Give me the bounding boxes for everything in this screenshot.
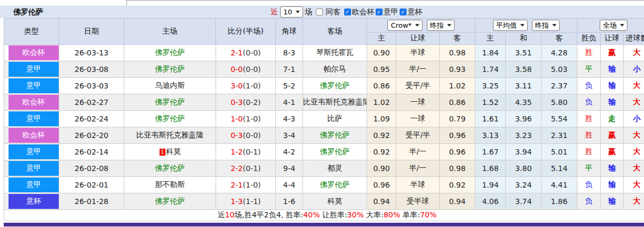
- asian-odds-group: Crow*终指: [367, 19, 475, 33]
- league-type-badge: 欧会杯: [9, 45, 59, 60]
- wdl-result: 负: [577, 193, 601, 210]
- date-cell: 26-02-27: [59, 94, 124, 111]
- euro-odds-group: 平均值终指: [475, 19, 577, 33]
- table-row: 意甲 26-02-08 佛罗伦萨 2-2(0-1) 9-4 都灵 0.90 半/…: [4, 160, 644, 177]
- goals-result: 大: [624, 144, 644, 160]
- select-value: 平均值: [496, 21, 517, 30]
- home-team-cell: 佛罗伦萨: [124, 193, 216, 210]
- handicap-result: 输: [601, 94, 624, 111]
- summary-stat-label: 让胜率:: [320, 210, 347, 219]
- handicap-line: 受半球: [396, 193, 440, 210]
- away-team-cell: 比亚韦斯托克雅盖隆1: [303, 94, 367, 111]
- away-team-name: 都灵: [328, 164, 343, 172]
- header-euro-away: 客: [542, 33, 577, 45]
- title-bar: 佛罗伦萨 近 10 场 同客 欧会杯意甲意杯: [0, 5, 644, 18]
- away-team-name: 佛罗伦萨: [320, 180, 350, 189]
- header-handicap-result: 让球: [601, 33, 624, 45]
- asian-odds-select[interactable]: Crow*: [387, 20, 422, 31]
- euro-draw-odds: 3.51: [506, 45, 542, 61]
- league-type-badge: 欧会杯: [9, 128, 59, 143]
- date-cell: 26-03-03: [59, 78, 124, 94]
- table-row: 欧会杯 26-03-13 佛罗伦萨 2-1(0-0) 8-3 琴斯托霍瓦 0.9…: [4, 45, 644, 61]
- fulltime-score: 1-2: [230, 148, 243, 156]
- wdl-result: 胜: [577, 111, 601, 127]
- halftime-score: (1-0): [243, 115, 261, 123]
- goals-result: 大: [624, 45, 644, 61]
- corner-cell: 4-2: [276, 144, 303, 160]
- summary-stat-label: 单率:: [400, 210, 420, 219]
- date-cell: 26-02-08: [59, 160, 124, 177]
- header-euro-draw: 和: [506, 33, 542, 45]
- euro-home-odds: 1.61: [475, 111, 506, 127]
- table-row: 欧会杯 26-02-27 佛罗伦萨 0-3(0-2) 4-1 比亚韦斯托克雅盖隆…: [4, 94, 644, 111]
- league-label: 欧会杯: [352, 7, 375, 17]
- league-checkbox[interactable]: [400, 9, 407, 15]
- euro-draw-odds: 3.94: [506, 144, 542, 160]
- corner-cell: 4-3: [276, 111, 303, 127]
- corner-cell: 3-4: [276, 127, 303, 144]
- league-checkbox[interactable]: [376, 9, 383, 15]
- euro-away-odds: 2.37: [542, 78, 577, 94]
- match-type-cell: 意甲: [4, 61, 59, 78]
- handicap-result: 赢: [601, 127, 624, 144]
- halftime-score: (0-2): [243, 98, 261, 107]
- score-cell: 2-2(0-1): [216, 160, 276, 177]
- wdl-result: 平: [577, 160, 601, 177]
- home-team-name: 佛罗伦萨: [155, 98, 185, 106]
- handicap-result: 输: [601, 160, 624, 177]
- match-type-cell: 意甲: [4, 78, 59, 94]
- asian-away-odds: 0.93: [440, 61, 475, 78]
- score-cell: 2-1(1-0): [216, 177, 276, 193]
- match-type-cell: 意甲: [4, 111, 59, 127]
- fulltime-score: 0-0: [230, 65, 243, 74]
- euro-away-odds: 5.01: [542, 144, 577, 160]
- league-type-badge: 意甲: [9, 144, 59, 159]
- corner-cell: 7-1: [276, 61, 303, 78]
- asian-odds-select[interactable]: 终指: [427, 20, 455, 31]
- wdl-result: 胜: [577, 127, 601, 144]
- date-cell: 26-02-24: [59, 111, 124, 127]
- handicap-line: 半/一: [396, 61, 440, 78]
- match-type-cell: 意甲: [4, 144, 59, 160]
- scope-select[interactable]: 全场: [600, 20, 627, 31]
- recent-count-select[interactable]: 10: [280, 6, 303, 18]
- euro-draw-odds: 4.35: [506, 94, 542, 111]
- corner-cell: 4-1: [276, 94, 303, 111]
- asian-away-odds: 0.96: [440, 144, 475, 160]
- league-checkbox[interactable]: [344, 9, 351, 15]
- away-team-name: 琴斯托霍瓦: [316, 48, 354, 56]
- header-asian-line: 让球: [396, 33, 440, 45]
- table-row: 意杯 26-01-28 佛罗伦萨 1-3(1-1) 1-6 科莫 0.94 受半…: [4, 193, 644, 210]
- header-goals-result: 进球数: [624, 33, 644, 45]
- bottom-accent-bar: [4, 223, 644, 226]
- euro-home-odds: 1.94: [475, 177, 506, 193]
- halftime-score: (0-1): [243, 148, 261, 156]
- score-cell: 0-3(0-0): [216, 127, 276, 144]
- table-body: 欧会杯 26-03-13 佛罗伦萨 2-1(0-0) 8-3 琴斯托霍瓦 0.9…: [4, 45, 644, 210]
- same-venue-checkbox[interactable]: [316, 9, 323, 15]
- handicap-result: 走: [601, 111, 624, 127]
- away-team-cell: 琴斯托霍瓦: [303, 45, 367, 61]
- date-cell: 26-02-14: [59, 144, 124, 160]
- euro-odds-select[interactable]: 平均值: [493, 20, 528, 31]
- handicap-line: 半球: [396, 45, 440, 61]
- goals-result: 小: [624, 61, 644, 78]
- match-type-cell: 欧会杯: [4, 45, 59, 61]
- date-cell: 26-02-01: [59, 177, 124, 193]
- goals-result: 大: [624, 127, 644, 144]
- home-team-cell: 比亚韦斯托克雅盖隆: [124, 127, 216, 144]
- home-team-name: 佛罗伦萨: [155, 114, 185, 123]
- chevron-down-icon: [296, 11, 300, 13]
- wdl-result: 平: [577, 61, 601, 78]
- date-cell: 26-01-28: [59, 193, 124, 210]
- home-team-cell: 佛罗伦萨: [124, 94, 216, 111]
- home-team-name: 那不勒斯: [155, 180, 185, 189]
- table-row: 意甲 26-03-03 乌迪内斯 3-0(1-0) 5-2 佛罗伦萨 0.86 …: [4, 78, 644, 94]
- euro-odds-select[interactable]: 终指: [532, 20, 560, 31]
- recent-label: 近: [271, 7, 278, 17]
- asian-away-odds: 0.94: [440, 193, 475, 210]
- chevron-down-icon: [620, 24, 624, 27]
- away-team-cell: 帕尔马: [303, 61, 367, 78]
- table-row: 意甲 26-03-08 佛罗伦萨 0-0(0-0) 7-1 帕尔马 0.95 半…: [4, 61, 644, 78]
- asian-away-odds: 0.96: [440, 127, 475, 144]
